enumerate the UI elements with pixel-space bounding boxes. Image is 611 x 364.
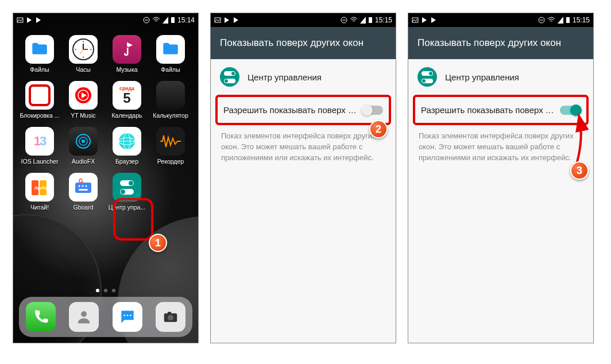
browser-icon: [113, 127, 141, 156]
svg-point-40: [168, 315, 173, 320]
svg-marker-1: [27, 17, 32, 23]
status-bar: 15:14: [13, 13, 198, 27]
image-icon: [214, 17, 221, 24]
app-calendar[interactable]: среда 5 Календарь: [106, 81, 148, 119]
app-grid: Файлы Часы Музыка Файлы Блокировка ...: [13, 27, 198, 211]
signal-icon: [163, 17, 168, 24]
app-audiofx[interactable]: AudioFX: [63, 127, 104, 165]
svg-rect-55: [566, 17, 570, 23]
app-ytmusic[interactable]: YT Music: [63, 81, 104, 119]
svg-marker-50: [422, 17, 427, 23]
svg-text:Лит: Лит: [34, 186, 42, 190]
clock-icon: [69, 35, 98, 64]
svg-rect-33: [79, 189, 88, 191]
overlay-toggle-on[interactable]: [560, 106, 581, 115]
audiofx-icon: [69, 127, 98, 156]
svg-rect-42: [215, 18, 221, 22]
battery-icon: [368, 17, 373, 24]
app-clock[interactable]: Часы: [63, 35, 104, 73]
svg-marker-2: [36, 17, 41, 23]
svg-point-36: [123, 315, 125, 316]
control-center-icon: [113, 173, 141, 202]
dock: [19, 297, 192, 337]
music-icon: [113, 35, 141, 64]
folder-icon: [156, 35, 185, 64]
app-litres[interactable]: ЛитРес Читай!: [19, 173, 60, 211]
wifi-icon: [152, 17, 160, 24]
overlay-permission-row[interactable]: Разрешить показывать поверх др...: [215, 95, 391, 125]
ios-icon: 13: [25, 127, 54, 156]
page-indicator[interactable]: [13, 289, 198, 292]
image-icon: [412, 17, 419, 24]
app-files[interactable]: Файлы: [19, 35, 60, 73]
clock-text: 15:15: [375, 16, 392, 24]
phone-home: 15:14 Файлы Часы Музыка Файлы: [13, 13, 199, 343]
app-ioslauncher[interactable]: 13 IOS Launcher: [19, 127, 60, 165]
overlay-toggle-off[interactable]: [362, 106, 383, 115]
svg-marker-51: [431, 17, 436, 23]
app-gboard[interactable]: G Gboard: [63, 173, 104, 211]
svg-rect-49: [412, 18, 418, 22]
settings-title: Показывать поверх других окон: [408, 27, 593, 59]
clock-text: 15:15: [573, 16, 590, 24]
app-music[interactable]: Музыка: [106, 35, 148, 73]
play-icon: [430, 17, 437, 24]
dock-phone[interactable]: [26, 302, 56, 332]
dock-contacts[interactable]: [69, 302, 99, 332]
app-files-2[interactable]: Файлы: [150, 35, 191, 73]
play-icon: [233, 17, 239, 24]
dock-camera[interactable]: [156, 302, 185, 332]
app-browser[interactable]: Браузер: [106, 127, 148, 165]
play-icon: [421, 17, 428, 24]
control-center-icon: [220, 67, 239, 87]
phone-settings-on: 15:15 Показывать поверх других окон Цент…: [408, 13, 594, 343]
svg-point-30: [79, 185, 80, 187]
overlay-permission-row[interactable]: Разрешить показывать поверх др...: [413, 95, 589, 125]
svg-point-38: [130, 315, 132, 316]
svg-point-37: [126, 315, 128, 316]
app-recorder[interactable]: Рекордер: [150, 127, 191, 165]
ytmusic-icon: [69, 81, 98, 110]
svg-marker-44: [234, 17, 238, 23]
app-name: Центр управления: [248, 72, 322, 82]
svg-rect-0: [17, 18, 23, 22]
calculator-icon: [156, 81, 185, 110]
callout-badge-2: 2: [369, 120, 388, 138]
app-name: Центр управления: [445, 72, 519, 82]
settings-title: Показывать поверх других окон: [211, 27, 396, 59]
phone-settings-off: 15:15 Показывать поверх других окон Цент…: [210, 13, 396, 343]
permission-label: Разрешить показывать поверх др...: [421, 105, 560, 115]
dnd-icon: [143, 17, 150, 24]
svg-rect-48: [369, 17, 372, 23]
play-icon: [223, 17, 230, 24]
wifi-icon: [350, 17, 358, 24]
status-bar: 15:15: [408, 13, 593, 27]
play-icon: [35, 17, 42, 24]
app-lockscreen[interactable]: Блокировка ...: [19, 81, 60, 119]
wifi-icon: [547, 17, 555, 24]
svg-point-31: [82, 185, 84, 187]
svg-text:G: G: [79, 178, 83, 184]
app-control-center[interactable]: Центр упра...: [106, 173, 148, 211]
record-icon: [25, 81, 54, 110]
signal-icon: [360, 17, 366, 24]
control-center-icon: [417, 67, 437, 87]
callout-badge-1: 1: [149, 234, 167, 252]
app-calculator[interactable]: Калькулятор: [150, 81, 191, 119]
dock-messages[interactable]: [113, 302, 142, 332]
signal-icon: [558, 17, 563, 24]
clock-text: 15:14: [177, 16, 195, 24]
svg-rect-6: [171, 17, 175, 23]
svg-point-35: [81, 311, 87, 317]
svg-marker-47: [360, 17, 366, 24]
svg-marker-43: [225, 17, 229, 23]
app-header-row: Центр управления: [211, 59, 396, 91]
litres-icon: ЛитРес: [25, 173, 54, 202]
permission-description: Показ элементов интерфейса поверх других…: [408, 125, 593, 169]
svg-rect-41: [168, 312, 171, 314]
callout-badge-3: 3: [570, 161, 589, 180]
battery-icon: [566, 17, 570, 24]
svg-marker-54: [558, 17, 563, 24]
battery-icon: [171, 17, 175, 24]
calendar-icon: среда 5: [113, 81, 141, 110]
